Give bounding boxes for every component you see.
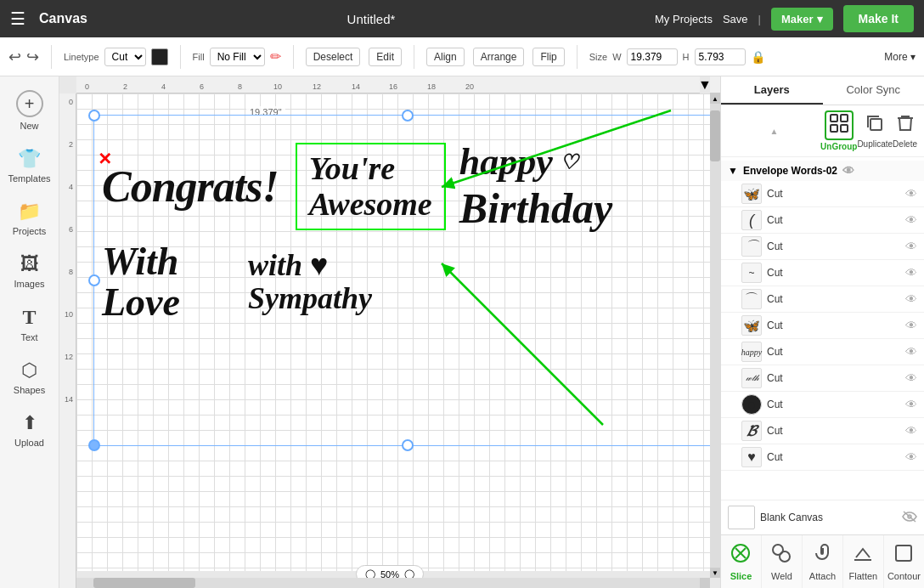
scroll-corner [700,578,710,588]
ruler-tick-14: 14 [352,82,360,91]
color-swatch[interactable] [151,48,168,65]
layer-eye-2[interactable]: 👁 [905,213,917,227]
delete-tool[interactable]: Delete [893,113,917,149]
layer-item-6[interactable]: 🦋 Cut 👁 [721,313,924,339]
layer-eye-3[interactable]: 👁 [905,240,917,253]
delete-label: Delete [893,139,917,149]
edit-button[interactable]: Edit [369,48,402,66]
action-attach-label: Attach [809,571,836,581]
blank-canvas-eye[interactable] [902,511,917,525]
svg-rect-3 [841,115,848,122]
height-input[interactable] [695,48,746,65]
happy-word: happy [459,140,553,184]
fill-select[interactable]: No Fill [210,48,265,66]
ruler-v-14: 14 [65,395,73,404]
layer-item-3[interactable]: ⌒ Cut 👁 [721,234,924,260]
sidebar-item-text[interactable]: T Text [3,299,56,349]
tab-layers[interactable]: Layers [721,76,823,105]
action-weld-label: Weld [771,571,792,581]
selection-handle-bm[interactable] [402,439,414,451]
layer-item-10[interactable]: 𝓑 Cut 👁 [721,418,924,444]
sidebar-item-images-label: Images [14,279,44,289]
linetype-label: Linetype [64,52,99,62]
layer-eye-6[interactable]: 👁 [905,319,917,332]
upload-icon: ⬆ [22,412,37,434]
redo-button[interactable]: ↪ [26,48,39,66]
maker-dropdown[interactable]: Maker ▾ [771,8,833,31]
right-panel: Layers Color Sync ▲ UnGroup [720,76,924,588]
vertical-scrollbar[interactable] [710,93,720,571]
canvas-area[interactable]: 0 2 4 6 8 10 12 14 16 18 20 0 2 4 6 8 10… [59,76,720,588]
width-input[interactable] [627,48,678,65]
my-projects-link[interactable]: My Projects [655,13,713,25]
sidebar-item-projects[interactable]: 📁 Projects [3,194,56,243]
layer-eye-11[interactable]: 👁 [905,450,917,464]
more-button[interactable]: More ▾ [884,51,916,63]
sidebar-item-templates[interactable]: 👕 Templates [3,141,56,190]
make-it-button[interactable]: Make It [843,5,914,32]
layer-item-5[interactable]: ⌒ Cut 👁 [721,286,924,313]
layer-group-header[interactable]: ▼ Envelope Words-02 👁 [721,161,924,181]
action-slice[interactable]: Slice [721,535,762,588]
layer-eye-9[interactable]: 👁 [905,398,917,411]
layer-thumb-7: happy [741,342,762,362]
selection-handle-tm[interactable] [402,110,414,122]
arrange-button[interactable]: Arrange [473,48,525,66]
scroll-down-arrow[interactable]: ▼ [710,568,720,578]
layer-eye-10[interactable]: 👁 [905,424,917,438]
ruler-v-12: 12 [65,353,73,361]
svg-rect-2 [831,115,837,122]
layer-eye-4[interactable]: 👁 [905,266,917,280]
sidebar-item-new[interactable]: + New [3,83,56,138]
horizontal-scrollbar[interactable] [76,578,710,588]
layer-item-9[interactable]: ● Cut 👁 [721,392,924,418]
deselect-button[interactable]: Deselect [306,48,361,66]
tab-color-sync[interactable]: Color Sync [823,76,925,105]
ungroup-tool[interactable]: UnGroup [820,110,857,151]
svg-rect-4 [831,125,837,132]
selection-handle-ml[interactable] [88,274,100,286]
sidebar-item-upload[interactable]: ⬆ Upload [3,405,56,455]
artwork-row-2: WithLove with ♥Sympathy [102,241,612,324]
linetype-select[interactable]: Cut [104,48,146,66]
action-flatten[interactable]: Flatten [843,535,884,588]
selection-handle-tl[interactable] [88,110,100,122]
selection-handle-bl[interactable] [88,439,100,451]
layer-item-8[interactable]: 𝓌𝓉𝒽 Cut 👁 [721,365,924,392]
group-visibility-icon[interactable]: 👁 [842,164,854,178]
layer-name-10: Cut [767,425,900,437]
panel-tabs: Layers Color Sync [721,76,924,105]
align-button[interactable]: Align [426,48,465,66]
youre-awesome-text: You'reAwesome [309,151,432,223]
undo-button[interactable]: ↩ [8,48,21,66]
layer-eye-1[interactable]: 👁 [905,187,917,201]
ruler-v-8: 8 [69,268,73,276]
layer-item-4[interactable]: ~ Cut 👁 [721,260,924,286]
layer-item-7[interactable]: happy Cut 👁 [721,339,924,365]
action-contour[interactable]: Contour [884,535,924,588]
layer-item-1[interactable]: 🦋 Cut 👁 [721,181,924,207]
layer-eye-8[interactable]: 👁 [905,371,917,385]
layer-item-11[interactable]: ♥ Cut 👁 [721,444,924,471]
scroll-up-arrow[interactable]: ▲ [710,93,720,104]
flip-button[interactable]: Flip [532,48,564,66]
layer-eye-5[interactable]: 👁 [905,292,917,306]
layer-eye-7[interactable]: 👁 [905,345,917,359]
panel-collapse-arrow[interactable]: ▼ [700,76,710,93]
sidebar-item-text-label: Text [20,332,37,342]
action-weld[interactable]: Weld [762,535,803,588]
pen-icon[interactable]: ✏ [270,48,281,65]
action-attach[interactable]: Attach [803,535,843,588]
lock-icon[interactable]: 🔒 [751,50,765,64]
duplicate-tool[interactable]: Duplicate [857,113,893,149]
duplicate-label: Duplicate [857,139,893,149]
attach-icon [811,542,833,568]
sidebar-item-shapes[interactable]: ⬡ Shapes [3,353,56,402]
action-flatten-label: Flatten [849,571,878,581]
happy-text: happy ♡ [459,140,613,184]
menu-icon[interactable]: ☰ [10,8,25,29]
sidebar-item-images[interactable]: 🖼 Images [3,246,56,296]
sidebar-item-templates-label: Templates [8,173,50,184]
save-button[interactable]: Save [723,13,748,25]
layer-item-2[interactable]: ( Cut 👁 [721,207,924,234]
